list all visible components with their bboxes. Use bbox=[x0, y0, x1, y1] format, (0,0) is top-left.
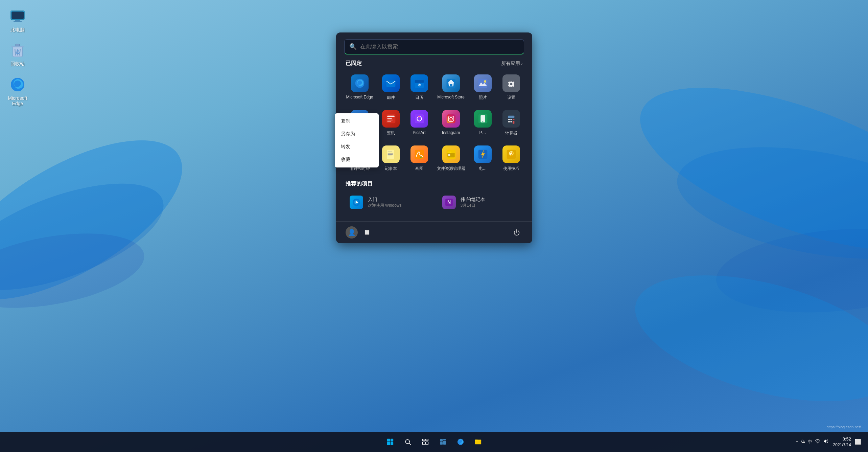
app-phone[interactable]: P… bbox=[470, 107, 496, 139]
svg-rect-86 bbox=[440, 442, 443, 445]
app-instagram[interactable]: Instagram bbox=[435, 107, 467, 139]
app-elec[interactable]: 电… bbox=[470, 142, 496, 175]
tray-volume-icon[interactable] bbox=[823, 438, 828, 445]
svg-rect-60 bbox=[388, 156, 392, 156]
edge-desktop-icon bbox=[8, 75, 27, 94]
power-button[interactable] bbox=[511, 226, 523, 239]
svg-rect-23 bbox=[450, 84, 452, 87]
desktop-icon-edge[interactable]: Microsoft Edge bbox=[4, 75, 31, 106]
user-avatar: 👤 bbox=[346, 226, 358, 239]
context-menu-item-copy[interactable]: 复制 bbox=[335, 115, 379, 128]
svg-rect-17 bbox=[386, 81, 395, 87]
svg-rect-33 bbox=[387, 121, 391, 122]
svg-point-27 bbox=[510, 83, 512, 85]
svg-rect-74 bbox=[387, 439, 390, 442]
taskbar-widgets-button[interactable] bbox=[436, 434, 450, 449]
app-settings[interactable]: 设置 bbox=[498, 71, 524, 104]
svg-rect-47 bbox=[510, 119, 512, 120]
taskbar-right: ^ 🌤 中 8:52 2021/7/14 ⬜ bbox=[796, 436, 863, 448]
taskbar-search-button[interactable] bbox=[400, 434, 415, 449]
svg-rect-46 bbox=[508, 119, 510, 120]
app-news[interactable]: 资讯 bbox=[378, 107, 404, 139]
getstarted-rec-text: 入门 欢迎使用 Windows bbox=[368, 197, 402, 208]
settings-app-icon bbox=[502, 74, 520, 92]
taskbar: ^ 🌤 中 8:52 2021/7/14 ⬜ bbox=[0, 432, 868, 452]
onenote-rec-icon: N bbox=[442, 196, 456, 209]
tray-lang-icon[interactable]: 中 bbox=[808, 439, 812, 445]
desktop-icon-this-pc[interactable]: 此电脑 bbox=[4, 7, 31, 33]
app-mail[interactable]: 邮件 bbox=[378, 71, 404, 104]
getstarted-rec-icon bbox=[350, 196, 363, 209]
search-icon: 🔍 bbox=[349, 43, 357, 50]
store-app-icon bbox=[442, 74, 460, 92]
recycle-bin-label: 回收站 bbox=[10, 61, 25, 67]
svg-rect-30 bbox=[387, 116, 394, 117]
picsart-app-icon bbox=[410, 110, 428, 128]
app-microsoft-edge[interactable]: Microsoft Edge bbox=[344, 71, 375, 104]
user-area[interactable]: 👤 ⬜ bbox=[346, 226, 370, 239]
app-calendar[interactable]: 14 日历 bbox=[406, 71, 432, 104]
tray-expand-icon[interactable]: ^ bbox=[796, 440, 798, 444]
recycle-bin-icon: ♻ bbox=[8, 41, 27, 60]
desktop-icon-recycle-bin[interactable]: ♻ 回收站 bbox=[4, 41, 31, 67]
taskbar-taskview-button[interactable] bbox=[418, 434, 433, 449]
svg-rect-82 bbox=[422, 442, 425, 445]
search-bar[interactable]: 🔍 bbox=[344, 39, 524, 54]
search-input[interactable] bbox=[360, 44, 519, 50]
app-picsart[interactable]: PicsArt bbox=[406, 107, 432, 139]
svg-point-43 bbox=[482, 121, 483, 122]
onenote-rec-text: 伟 的笔记本 3月14日 bbox=[461, 197, 486, 208]
start-menu-bottom: 👤 ⬜ bbox=[336, 221, 532, 243]
svg-rect-19 bbox=[415, 80, 424, 83]
elec-app-icon bbox=[474, 145, 492, 163]
svg-rect-80 bbox=[422, 439, 425, 441]
svg-point-69 bbox=[511, 155, 512, 156]
svg-rect-37 bbox=[446, 114, 455, 123]
this-pc-label: 此电脑 bbox=[10, 27, 25, 33]
app-tips[interactable]: 使用技巧 bbox=[498, 142, 524, 175]
svg-point-90 bbox=[817, 443, 818, 444]
user-menu-icon: ⬜ bbox=[365, 230, 370, 235]
notepad-app-icon bbox=[382, 145, 400, 163]
context-menu: 复制 另存为... 转发 收藏 bbox=[335, 113, 379, 167]
svg-rect-12 bbox=[11, 46, 24, 47]
svg-rect-58 bbox=[388, 153, 393, 154]
all-apps-button[interactable]: 所有应用 › bbox=[501, 61, 523, 67]
tray-network-icon[interactable] bbox=[815, 438, 820, 445]
context-menu-item-favorite[interactable]: 收藏 bbox=[335, 153, 379, 166]
svg-rect-50 bbox=[510, 121, 512, 122]
svg-rect-49 bbox=[508, 121, 510, 122]
svg-rect-31 bbox=[387, 118, 392, 119]
svg-point-62 bbox=[420, 157, 421, 158]
svg-rect-70 bbox=[510, 157, 513, 157]
notification-button[interactable]: ⬜ bbox=[853, 437, 863, 446]
app-paint[interactable]: 画图 bbox=[406, 142, 432, 175]
app-explorer[interactable]: 文件资源管理器 bbox=[435, 142, 467, 175]
recommended-section: 推荐的项目 入门 欢迎使用 Windows N 伟 的笔记本 3月14日 bbox=[336, 180, 532, 219]
app-notepad[interactable]: 记事本 bbox=[378, 142, 404, 175]
app-todo[interactable]: To Do 复制 另存为... 转发 收藏 bbox=[344, 107, 375, 139]
pinned-title: 已固定 bbox=[346, 60, 362, 67]
svg-rect-59 bbox=[388, 154, 393, 155]
rec-item-onenote[interactable]: N 伟 的笔记本 3月14日 bbox=[437, 191, 524, 213]
svg-rect-85 bbox=[443, 439, 446, 440]
app-calc[interactable]: 计算器 bbox=[498, 107, 524, 139]
app-photos[interactable]: 照片 bbox=[470, 71, 496, 104]
taskbar-clock[interactable]: 8:52 2021/7/14 bbox=[833, 436, 851, 448]
context-menu-item-forward[interactable]: 转发 bbox=[335, 140, 379, 153]
svg-rect-87 bbox=[443, 441, 446, 445]
svg-rect-13 bbox=[16, 44, 20, 46]
context-menu-item-saveas[interactable]: 另存为... bbox=[335, 128, 379, 140]
mail-app-icon bbox=[382, 74, 400, 92]
taskbar-edge-button[interactable] bbox=[453, 434, 468, 449]
calendar-app-icon: 14 bbox=[410, 74, 428, 92]
svg-rect-65 bbox=[448, 154, 450, 156]
sys-tray-area[interactable]: ^ 🌤 中 bbox=[796, 438, 828, 445]
rec-item-getstarted[interactable]: 入门 欢迎使用 Windows bbox=[344, 191, 431, 213]
svg-rect-32 bbox=[387, 120, 393, 120]
start-button[interactable] bbox=[383, 434, 398, 449]
svg-text:N: N bbox=[447, 199, 450, 205]
app-store[interactable]: Microsoft Store bbox=[435, 71, 467, 104]
svg-line-79 bbox=[409, 443, 410, 445]
taskbar-explorer-button[interactable] bbox=[471, 434, 486, 449]
